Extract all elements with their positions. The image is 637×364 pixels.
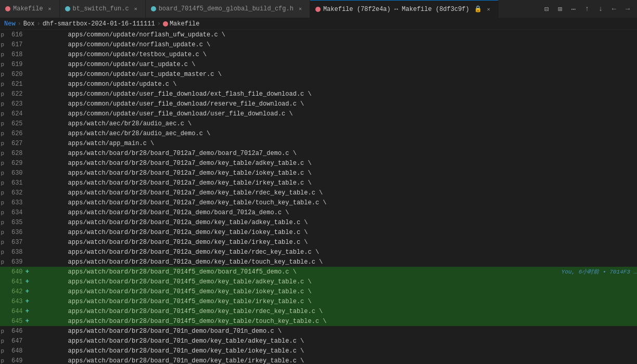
line-content-629: apps/watch/board/br28/board_7012a7_demo/…: [34, 160, 637, 167]
tab-close-bt-switch[interactable]: ✕: [132, 5, 140, 13]
code-line-624[interactable]: p624 apps/common/update/user_file_downlo…: [0, 109, 637, 119]
code-line-638[interactable]: p638 apps/watch/board/br28/board_7012a_d…: [0, 247, 637, 257]
code-line-636[interactable]: p636 apps/watch/board/br28/board_7012a_d…: [0, 227, 637, 237]
line-number-641: 641: [7, 278, 22, 285]
code-line-616[interactable]: p616 apps/common/update/norflash_ufw_upd…: [0, 30, 637, 40]
code-line-622[interactable]: p622 apps/common/update/user_file_downlo…: [0, 89, 637, 99]
tab-makefile[interactable]: Makefile ✕: [0, 0, 60, 18]
line-gutter-635: p635: [0, 219, 34, 226]
line-number-620: 620: [7, 71, 22, 78]
line-content-639: apps/watch/board/br28/board_7012a_demo/k…: [34, 258, 637, 266]
line-content-649: apps/watch/board/br28/board_701n_demo/ke…: [34, 357, 637, 365]
line-gutter-624: p624: [0, 110, 34, 118]
code-line-644[interactable]: 644+ apps/watch/board/br28/board_7014f5_…: [0, 306, 637, 316]
navigate-forward-button[interactable]: →: [622, 4, 633, 14]
tab-label-makefile: Makefile: [13, 5, 43, 12]
code-line-641[interactable]: 641+ apps/watch/board/br28/board_7014f5_…: [0, 277, 637, 287]
line-marker-633: p: [0, 200, 5, 206]
code-line-625[interactable]: p625 apps/watch/aec/br28/audio_aec.c \: [0, 119, 637, 128]
line-gutter-649: p649: [0, 357, 34, 365]
line-number-636: 636: [7, 229, 22, 236]
code-line-639[interactable]: p639 apps/watch/board/br28/board_7012a_d…: [0, 257, 637, 267]
line-gutter-634: p634: [0, 209, 34, 216]
code-line-649[interactable]: p649 apps/watch/board/br28/board_701n_de…: [0, 356, 637, 364]
code-line-626[interactable]: p626 apps/watch/aec/br28/audio_aec_demo.…: [0, 128, 637, 138]
line-diff-645: +: [25, 318, 30, 325]
breadcrumb-folder[interactable]: dhf-smartbox-2024-01-16-111111: [43, 20, 155, 28]
navigate-down-button[interactable]: ↓: [595, 4, 606, 14]
line-marker-622: p: [0, 91, 5, 97]
line-content-646: apps/watch/board/br28/board_701n_demo/bo…: [34, 328, 637, 335]
code-line-633[interactable]: p633 apps/watch/board/br28/board_7012a7_…: [0, 198, 637, 207]
breadcrumb: New › Box › dhf-smartbox-2024-01-16-1111…: [0, 18, 637, 30]
breadcrumb-new[interactable]: New: [4, 20, 16, 28]
line-content-642: apps/watch/board/br28/board_7014f5_demo/…: [34, 288, 637, 295]
code-line-631[interactable]: p631 apps/watch/board/br28/board_7012a7_…: [0, 178, 637, 188]
line-diff-641: +: [25, 278, 30, 285]
line-number-625: 625: [7, 120, 22, 127]
line-content-632: apps/watch/board/br28/board_7012a7_demo/…: [34, 189, 637, 197]
breadcrumb-sep-3: ›: [157, 20, 161, 28]
line-gutter-630: p630: [0, 170, 34, 177]
tab-board-cfg[interactable]: board_7014f5_demo_global_build_cfg.h ✕: [146, 0, 310, 18]
line-gutter-623: p623: [0, 100, 34, 108]
code-line-618[interactable]: p618 apps/common/update/testbox_update.c…: [0, 49, 637, 59]
code-line-620[interactable]: p620 apps/common/update/uart_update_mast…: [0, 69, 637, 79]
code-line-647[interactable]: p647 apps/watch/board/br28/board_701n_de…: [0, 336, 637, 346]
code-line-645[interactable]: 645+ apps/watch/board/br28/board_7014f5_…: [0, 316, 637, 326]
tab-label-board-cfg: board_7014f5_demo_global_build_cfg.h: [159, 5, 294, 12]
code-line-637[interactable]: p637 apps/watch/board/br28/board_7012a_d…: [0, 237, 637, 247]
split-editor-right-button[interactable]: ⊞: [555, 4, 565, 14]
code-line-619[interactable]: p619 apps/common/update/uart_update.c \: [0, 59, 637, 69]
tab-bt-switch[interactable]: bt_switch_fun.c ✕: [60, 0, 146, 18]
code-line-617[interactable]: p617 apps/common/update/norflash_update.…: [0, 40, 637, 49]
line-marker-625: p: [0, 121, 5, 127]
split-editor-down-button[interactable]: ⊟: [541, 4, 552, 14]
line-number-637: 637: [7, 239, 22, 246]
line-content-627: apps/watch/app_main.c \: [34, 140, 637, 147]
line-marker-618: p: [0, 51, 5, 58]
line-gutter-646: p646: [0, 328, 34, 335]
code-line-648[interactable]: p648 apps/watch/board/br28/board_701n_de…: [0, 346, 637, 356]
more-actions-button[interactable]: ⋯: [568, 4, 579, 14]
line-number-619: 619: [7, 61, 22, 68]
navigate-up-button[interactable]: ↑: [582, 4, 592, 14]
line-gutter-632: p632: [0, 189, 34, 197]
line-content-624: apps/common/update/user_file_download/us…: [34, 110, 637, 118]
breadcrumb-file-container: Makefile: [163, 20, 200, 28]
navigate-back-button[interactable]: ←: [609, 4, 619, 14]
line-marker-631: p: [0, 180, 5, 186]
line-number-640: 640: [7, 268, 22, 276]
code-line-640[interactable]: 640+ apps/watch/board/br28/board_7014f5_…: [0, 267, 637, 277]
line-number-635: 635: [7, 219, 22, 226]
code-line-627[interactable]: p627 apps/watch/app_main.c \: [0, 138, 637, 148]
line-number-649: 649: [7, 357, 22, 365]
code-line-643[interactable]: 643+ apps/watch/board/br28/board_7014f5_…: [0, 296, 637, 306]
line-marker-632: p: [0, 190, 5, 196]
line-marker-634: p: [0, 210, 5, 216]
tab-close-makefile-diff[interactable]: ✕: [485, 5, 493, 14]
line-number-638: 638: [7, 249, 22, 256]
code-line-632[interactable]: p632 apps/watch/board/br28/board_7012a7_…: [0, 188, 637, 198]
code-line-623[interactable]: p623 apps/common/update/user_file_downlo…: [0, 99, 637, 109]
breadcrumb-box[interactable]: Box: [23, 20, 35, 28]
line-number-623: 623: [7, 100, 22, 108]
line-number-624: 624: [7, 110, 22, 118]
code-line-629[interactable]: p629 apps/watch/board/br28/board_7012a7_…: [0, 158, 637, 168]
line-number-642: 642: [7, 288, 22, 295]
tab-makefile-diff[interactable]: Makefile (78f2e4a) ↔ Makefile (8df3c9f) …: [310, 0, 499, 18]
breadcrumb-makefile[interactable]: Makefile: [170, 20, 200, 28]
code-line-630[interactable]: p630 apps/watch/board/br28/board_7012a7_…: [0, 168, 637, 178]
code-line-634[interactable]: p634 apps/watch/board/br28/board_7012a_d…: [0, 207, 637, 217]
code-line-635[interactable]: p635 apps/watch/board/br28/board_7012a_d…: [0, 217, 637, 227]
tab-close-board-cfg[interactable]: ✕: [296, 5, 304, 13]
code-line-621[interactable]: p621 apps/common/update/update.c \: [0, 79, 637, 89]
code-line-646[interactable]: p646 apps/watch/board/br28/board_701n_de…: [0, 326, 637, 336]
code-line-628[interactable]: p628 apps/watch/board/br28/board_7012a7_…: [0, 148, 637, 158]
breadcrumb-sep-2: ›: [36, 20, 40, 28]
line-diff-642: +: [25, 288, 30, 295]
code-line-642[interactable]: 642+ apps/watch/board/br28/board_7014f5_…: [0, 287, 637, 296]
line-content-637: apps/watch/board/br28/board_7012a_demo/k…: [34, 239, 637, 246]
line-gutter-641: 641+: [0, 278, 34, 285]
tab-close-makefile[interactable]: ✕: [46, 5, 54, 13]
